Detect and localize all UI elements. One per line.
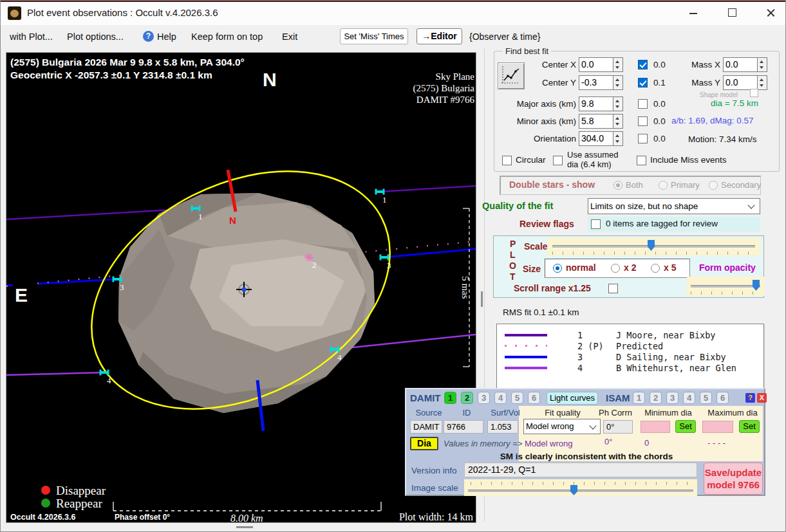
chord-1-number: 1: [577, 330, 616, 340]
form-opacity-slider[interactable]: [687, 277, 764, 296]
chord-legend-listbox[interactable]: 1 J Moore, near Bixby 2 (P) Predicted 3 …: [496, 324, 764, 392]
north-direction-label: N: [263, 69, 277, 90]
center-y-sigma-checkbox[interactable]: [638, 78, 648, 87]
damit-model-2-button[interactable]: 2: [461, 392, 473, 404]
version-info-field[interactable]: 2022-11-29, Q=1: [464, 463, 697, 477]
close-button[interactable]: [756, 1, 785, 24]
size-normal-radio[interactable]: [553, 264, 562, 273]
legend-row[interactable]: 3 D Sailing, near Bixby: [497, 351, 763, 362]
chord-2-observer: Predicted: [616, 341, 663, 351]
size-x2-radio[interactable]: [611, 264, 620, 273]
major-axis-spinner[interactable]: [613, 96, 623, 111]
scale-slider[interactable]: [547, 238, 760, 255]
double-secondary-radio[interactable]: [709, 181, 718, 190]
center-x-sigma-checkbox[interactable]: [638, 60, 648, 69]
plot-letter-o: O: [509, 261, 516, 271]
double-primary-radio[interactable]: [659, 181, 668, 190]
chevron-down-icon: [589, 422, 596, 429]
damit-model-1-button[interactable]: 1: [444, 392, 456, 404]
double-stars-label: Double stars - show: [509, 179, 595, 190]
center-y-input[interactable]: -0.3: [579, 75, 613, 90]
center-x-spinner[interactable]: [613, 57, 623, 72]
include-miss-checkbox[interactable]: [637, 156, 646, 165]
damit-help-button[interactable]: ?: [745, 393, 755, 403]
window-title: Plot event observations : Occult v.4.202…: [27, 7, 218, 18]
menu-exit[interactable]: Exit: [282, 32, 297, 42]
maximum-dia-set-button[interactable]: Set: [739, 420, 760, 433]
maximize-button[interactable]: [717, 1, 747, 24]
damit-model-5-button[interactable]: 5: [511, 392, 523, 404]
isam-model-5-button[interactable]: 5: [700, 392, 712, 404]
legend-row[interactable]: 4 B Whitehurst, near Glen: [497, 362, 763, 373]
size-x5-radio[interactable]: [651, 264, 660, 273]
version-info-label: Version info: [411, 466, 457, 475]
dia-button[interactable]: Dia: [410, 437, 438, 450]
set-miss-times-button[interactable]: Set 'Miss' Times: [340, 28, 408, 44]
damit-model-3-button[interactable]: 3: [478, 392, 490, 404]
minor-sigma-value: 0.0: [653, 116, 666, 126]
reappear-label: Reappear: [56, 497, 102, 510]
minor-axis-spinner[interactable]: [613, 114, 623, 129]
center-x-sigma-value: 0.0: [653, 60, 666, 69]
scroll-range-checkbox[interactable]: [608, 284, 618, 293]
editor-button[interactable]: →Editor: [416, 28, 462, 44]
menu-plot-options[interactable]: Plot options...: [67, 32, 124, 42]
svg-text:4: 4: [337, 353, 342, 362]
quality-of-fit-dropdown[interactable]: Limits on size, but no shape: [588, 198, 760, 214]
maximum-dia-field[interactable]: [702, 421, 733, 433]
plot-version-label: Occult 4.2026.3.6: [10, 513, 76, 522]
menu-help[interactable]: Help: [157, 32, 176, 42]
find-best-fit-button[interactable]: [498, 62, 525, 89]
orientation-spinner[interactable]: [613, 131, 623, 146]
minor-axis-input[interactable]: 5.8: [579, 114, 613, 129]
damit-model-6-button[interactable]: 6: [528, 392, 540, 404]
image-scale-slider[interactable]: [464, 479, 697, 496]
mas-label: 5 mas: [460, 276, 471, 299]
damit-model-4-button[interactable]: 4: [494, 392, 507, 404]
fit-quality-dropdown[interactable]: Model wrong: [523, 419, 601, 434]
legend-row[interactable]: 1 J Moore, near Bixby: [497, 329, 763, 340]
mass-x-spinner[interactable]: [758, 57, 767, 72]
shape-model-checkbox[interactable]: [750, 89, 758, 97]
values-in-memory-label: Values in memory =>: [444, 439, 522, 448]
minimize-button[interactable]: [678, 1, 708, 24]
isam-model-6-button[interactable]: 6: [716, 392, 729, 404]
mass-y-spinner[interactable]: [758, 75, 767, 90]
svg-text:1: 1: [198, 212, 203, 221]
menu-keep-on-top[interactable]: Keep form on top: [191, 32, 263, 42]
light-curves-button[interactable]: Light curves: [547, 392, 598, 405]
mass-y-input[interactable]: 0.0: [723, 75, 758, 90]
minimum-dia-set-button[interactable]: Set: [675, 420, 696, 433]
isam-model-3-button[interactable]: 3: [666, 392, 678, 404]
isam-model-2-button[interactable]: 2: [650, 392, 662, 404]
image-scale-slider-thumb[interactable]: [570, 485, 577, 495]
damit-close-button[interactable]: X: [757, 393, 767, 403]
double-both-radio[interactable]: [613, 181, 622, 190]
review-flags-checkbox[interactable]: [591, 219, 601, 229]
horizontal-splitter-handle[interactable]: [236, 526, 253, 528]
dia-text: dia = 7.5 km: [696, 98, 773, 108]
minor-sigma-checkbox[interactable]: [638, 116, 648, 126]
mass-x-input[interactable]: 0.0: [723, 57, 758, 72]
save-update-button[interactable]: Save/update model 9766: [704, 463, 763, 495]
menu-with-plot[interactable]: with Plot...: [10, 32, 53, 42]
center-x-input[interactable]: 0.0: [579, 57, 613, 72]
ph-corrn-field[interactable]: 0°: [603, 420, 633, 434]
circular-checkbox[interactable]: [502, 156, 512, 165]
orientation-input[interactable]: 304.0: [579, 131, 613, 146]
use-assumed-checkbox[interactable]: [553, 156, 563, 165]
vertical-splitter-handle[interactable]: [481, 291, 483, 307]
major-sigma-checkbox[interactable]: [638, 99, 648, 109]
form-opacity-slider-thumb[interactable]: [753, 280, 760, 291]
chart-icon: [498, 63, 523, 87]
orientation-sigma-checkbox[interactable]: [638, 134, 648, 143]
legend-row[interactable]: 2 (P) Predicted: [497, 340, 763, 351]
center-y-spinner[interactable]: [613, 75, 623, 90]
plot-width-label: Plot width: 14 km: [399, 511, 474, 522]
scale-slider-thumb[interactable]: [648, 240, 655, 251]
minimum-dia-field[interactable]: [641, 421, 670, 433]
major-axis-input[interactable]: 9.8: [579, 96, 613, 111]
isam-model-1-button[interactable]: 1: [633, 392, 645, 404]
isam-model-4-button[interactable]: 4: [683, 392, 695, 404]
observer-time-label[interactable]: {Observer & time}: [469, 32, 541, 42]
